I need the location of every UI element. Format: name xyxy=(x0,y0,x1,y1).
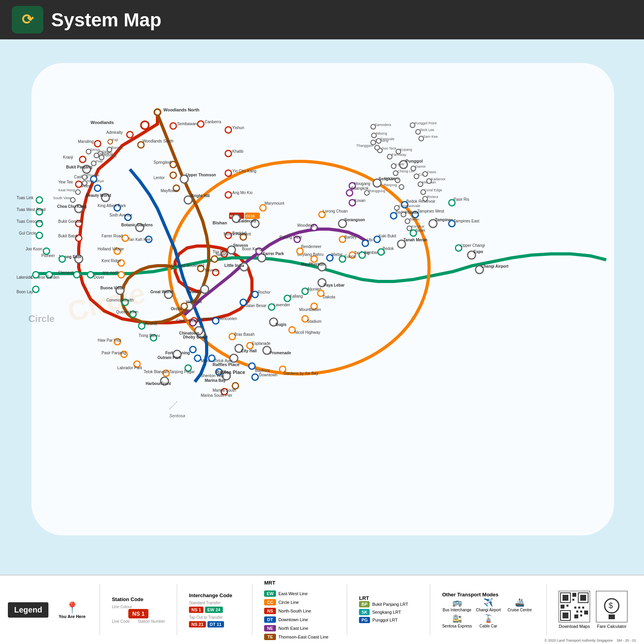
svg-text:Pasir Ris: Pasir Ris xyxy=(453,197,469,202)
svg-text:Kent Ridge: Kent Ridge xyxy=(102,259,121,263)
svg-point-85 xyxy=(252,291,258,298)
fare-calculator-qr[interactable]: $ Fare Calculator xyxy=(596,591,627,629)
interchange-code-section: Interchange Code Standard Transfer NS 1 … xyxy=(189,592,240,627)
svg-text:Yew Tee: Yew Tee xyxy=(58,180,73,184)
svg-text:Tongkang: Tongkang xyxy=(384,176,399,180)
map-area: Woodlands North Woodlands Admiralty Semb… xyxy=(0,39,644,575)
svg-point-83 xyxy=(297,248,303,254)
svg-text:Pasir Panjang: Pasir Panjang xyxy=(102,351,126,355)
svg-text:Mount Pleasant: Mount Pleasant xyxy=(224,232,251,236)
svg-text:Upper Thomson: Upper Thomson xyxy=(186,173,216,177)
cruise-centre-label: Cruise Centre xyxy=(507,608,532,612)
svg-text:Woodleigh: Woodleigh xyxy=(297,223,316,228)
svg-text:Clementi: Clementi xyxy=(58,270,74,275)
cc-line-badge: CC xyxy=(264,599,276,605)
svg-text:Hougang: Hougang xyxy=(354,181,370,186)
svg-text:Teck Whye: Teck Whye xyxy=(87,179,104,183)
svg-text:Tuas West Road: Tuas West Road xyxy=(17,207,46,212)
sk-lrt-label: Sengkang LRT xyxy=(372,610,401,614)
header: ⟳ System Map xyxy=(0,0,644,39)
ns-line-row: NS North-South Line xyxy=(264,608,335,614)
svg-point-325 xyxy=(399,185,404,189)
ns-line-label: North-South Line xyxy=(278,609,311,613)
svg-point-169 xyxy=(122,235,128,241)
svg-text:Potong Pasir: Potong Pasir xyxy=(279,235,302,239)
svg-text:Botanic Gardens: Botanic Gardens xyxy=(121,223,153,227)
svg-text:Senja: Senja xyxy=(91,148,100,152)
svg-point-315 xyxy=(375,145,379,150)
svg-text:Telok Ayer: Telok Ayer xyxy=(215,359,233,363)
cc-line-row: CC Circle Line xyxy=(264,599,335,605)
other-transport-section: Other Transport Modes 🚌 Bus Interchange … xyxy=(442,592,535,628)
svg-point-11 xyxy=(225,127,231,133)
station-code-demo: NS 1 xyxy=(112,609,165,618)
svg-point-219 xyxy=(94,141,101,147)
svg-text:Bakau: Bakau xyxy=(409,217,420,221)
svg-text:Kaki Bukit: Kaki Bukit xyxy=(379,234,396,238)
svg-text:Tuas Crescent: Tuas Crescent xyxy=(17,219,42,224)
svg-text:Choa Chu Kang: Choa Chu Kang xyxy=(57,204,87,209)
svg-text:Yio Chu Kang: Yio Chu Kang xyxy=(232,169,256,173)
line-code-label: Line Code xyxy=(112,619,130,624)
line-colour-label: Line Colour xyxy=(112,605,165,609)
svg-text:Esplanade: Esplanade xyxy=(252,341,271,346)
svg-text:Jelapang: Jelapang xyxy=(98,152,113,155)
te-line-label: Thomson-East Coast Line xyxy=(278,635,328,639)
svg-text:Bishan: Bishan xyxy=(213,220,227,225)
logo-box: ⟳ xyxy=(12,6,43,33)
svg-text:City Hall: City Hall xyxy=(241,349,257,353)
svg-text:Holland Village: Holland Village xyxy=(98,247,124,251)
divider-2 xyxy=(177,584,177,635)
svg-text:Punggol Point: Punggol Point xyxy=(415,121,437,125)
svg-text:Dakota: Dakota xyxy=(323,295,335,299)
ew-line-label: East-West Line xyxy=(278,591,307,596)
svg-point-301 xyxy=(70,198,75,202)
svg-text:Bayfront: Bayfront xyxy=(255,368,270,373)
tap-out-demo: NS 21 DT 11 xyxy=(189,621,240,627)
svg-text:Marina Bay: Marina Bay xyxy=(205,378,226,383)
fare-calculator-label: Fare Calculator xyxy=(597,624,626,629)
svg-text:Orchard Boulevard: Orchard Boulevard xyxy=(171,263,204,268)
svg-text:Rumbia: Rumbia xyxy=(405,211,418,215)
ne-line-badge: NE xyxy=(264,625,276,631)
svg-point-193 xyxy=(74,272,80,278)
svg-point-31 xyxy=(201,285,209,293)
svg-text:Tuas Link: Tuas Link xyxy=(17,196,34,200)
station-code-section: Station Code Line Colour NS 1 Line Code … xyxy=(112,596,165,624)
svg-point-5 xyxy=(127,131,133,138)
svg-text:Bedok Reservoir: Bedok Reservoir xyxy=(406,199,436,204)
svg-text:Riviera: Riviera xyxy=(427,195,438,199)
svg-point-3 xyxy=(141,121,149,129)
svg-text:Bukit Panjang: Bukit Panjang xyxy=(66,165,93,169)
bus-interchange-item: 🚌 Bus Interchange xyxy=(442,598,472,612)
svg-rect-366 xyxy=(572,599,574,601)
svg-text:Marsiling: Marsiling xyxy=(78,139,94,144)
divider-6 xyxy=(546,584,547,635)
download-maps-qr[interactable]: Download Maps xyxy=(559,591,590,629)
svg-text:Bukit Batok: Bukit Batok xyxy=(58,234,79,238)
svg-text:Simei: Simei xyxy=(415,228,425,233)
svg-text:Havelock: Havelock xyxy=(186,300,202,304)
svg-rect-370 xyxy=(574,607,576,609)
ns1-small-badge: NS 1 xyxy=(189,607,203,613)
fare-qr-svg: $ xyxy=(596,591,627,622)
other-transport-title: Other Transport Modes xyxy=(442,592,498,598)
svg-text:Teck Lee: Teck Lee xyxy=(420,128,434,132)
svg-point-123 xyxy=(194,355,201,361)
svg-text:Kallang: Kallang xyxy=(290,294,303,298)
svg-point-125 xyxy=(209,355,215,361)
divider-1 xyxy=(100,584,100,635)
lrt-section: LRT BP Bukit Panjang LRT SK Sengkang LRT… xyxy=(359,595,418,625)
svg-text:Woodlands North: Woodlands North xyxy=(163,107,200,112)
svg-text:Mattar: Mattar xyxy=(331,252,343,257)
divider-3 xyxy=(252,584,252,635)
svg-point-139 xyxy=(211,256,218,262)
dt-line-badge: DT xyxy=(264,616,276,623)
svg-text:Bras Basah: Bras Basah xyxy=(234,332,255,337)
svg-point-17 xyxy=(225,192,231,198)
svg-text:Changi Airport: Changi Airport xyxy=(481,264,509,268)
station-number-label: Station Number xyxy=(138,619,165,624)
lta-logo-icon: ⟳ xyxy=(22,11,33,28)
svg-text:Kranji: Kranji xyxy=(63,155,73,159)
ew-line-row: EW East-West Line xyxy=(264,590,335,597)
